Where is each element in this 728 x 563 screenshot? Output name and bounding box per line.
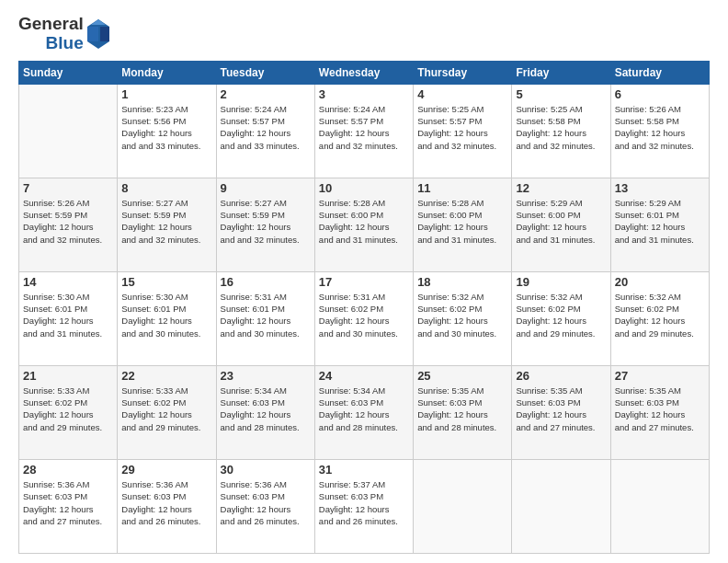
calendar-header-tuesday: Tuesday [216, 61, 314, 84]
calendar-cell: 25Sunrise: 5:35 AMSunset: 6:03 PMDayligh… [414, 365, 512, 459]
calendar-week-3: 14Sunrise: 5:30 AMSunset: 6:01 PMDayligh… [19, 271, 710, 365]
day-info: Sunrise: 5:26 AMSunset: 5:58 PMDaylight:… [615, 103, 705, 152]
calendar-header-saturday: Saturday [610, 61, 709, 84]
day-number: 16 [221, 275, 311, 289]
day-number: 15 [121, 275, 211, 289]
day-number: 28 [23, 463, 113, 477]
calendar-cell: 23Sunrise: 5:34 AMSunset: 6:03 PMDayligh… [216, 365, 314, 459]
day-number: 12 [516, 181, 606, 195]
calendar-table: SundayMondayTuesdayWednesdayThursdayFrid… [18, 61, 710, 554]
day-number: 8 [121, 181, 211, 195]
calendar-cell: 19Sunrise: 5:32 AMSunset: 6:02 PMDayligh… [512, 271, 610, 365]
calendar-cell [610, 459, 709, 553]
day-info: Sunrise: 5:33 AMSunset: 6:02 PMDaylight:… [23, 385, 113, 433]
svg-rect-2 [100, 27, 109, 41]
day-number: 22 [121, 369, 211, 383]
calendar-cell: 8Sunrise: 5:27 AMSunset: 5:59 PMDaylight… [118, 178, 216, 271]
calendar-cell: 12Sunrise: 5:29 AMSunset: 6:00 PMDayligh… [512, 178, 610, 271]
day-info: Sunrise: 5:25 AMSunset: 5:57 PMDaylight:… [417, 103, 507, 152]
calendar-cell: 6Sunrise: 5:26 AMSunset: 5:58 PMDaylight… [610, 84, 709, 178]
calendar-cell: 18Sunrise: 5:32 AMSunset: 6:02 PMDayligh… [414, 271, 512, 365]
calendar-cell: 31Sunrise: 5:37 AMSunset: 6:03 PMDayligh… [314, 459, 413, 553]
logo-general: General [18, 15, 84, 34]
calendar-cell [414, 459, 512, 553]
day-info: Sunrise: 5:33 AMSunset: 6:02 PMDaylight:… [121, 385, 211, 433]
day-number: 5 [516, 87, 606, 101]
day-number: 1 [121, 87, 211, 101]
day-info: Sunrise: 5:36 AMSunset: 6:03 PMDaylight:… [121, 478, 211, 527]
calendar-cell: 13Sunrise: 5:29 AMSunset: 6:01 PMDayligh… [610, 178, 709, 271]
day-info: Sunrise: 5:25 AMSunset: 5:58 PMDaylight:… [516, 103, 606, 152]
day-info: Sunrise: 5:31 AMSunset: 6:01 PMDaylight:… [221, 291, 311, 339]
calendar-cell: 24Sunrise: 5:34 AMSunset: 6:03 PMDayligh… [314, 365, 413, 459]
calendar-cell: 17Sunrise: 5:31 AMSunset: 6:02 PMDayligh… [314, 271, 413, 365]
calendar-header-sunday: Sunday [19, 61, 118, 84]
day-number: 14 [23, 275, 113, 289]
calendar-header-row: SundayMondayTuesdayWednesdayThursdayFrid… [19, 61, 710, 84]
day-number: 7 [23, 181, 113, 195]
day-number: 23 [221, 369, 311, 383]
calendar-cell: 15Sunrise: 5:30 AMSunset: 6:01 PMDayligh… [118, 271, 216, 365]
day-number: 31 [319, 463, 409, 477]
day-number: 4 [417, 87, 507, 101]
calendar-cell [512, 459, 610, 553]
svg-marker-1 [91, 19, 106, 25]
svg-rect-3 [87, 27, 98, 41]
day-info: Sunrise: 5:29 AMSunset: 6:01 PMDaylight:… [615, 197, 705, 246]
calendar-header-wednesday: Wednesday [314, 61, 413, 84]
day-info: Sunrise: 5:32 AMSunset: 6:02 PMDaylight:… [516, 291, 606, 339]
calendar-cell: 5Sunrise: 5:25 AMSunset: 5:58 PMDaylight… [512, 84, 610, 178]
calendar-week-1: 1Sunrise: 5:23 AMSunset: 5:56 PMDaylight… [19, 84, 710, 178]
day-number: 3 [319, 87, 409, 101]
day-info: Sunrise: 5:35 AMSunset: 6:03 PMDaylight:… [615, 385, 705, 433]
calendar-header-thursday: Thursday [414, 61, 512, 84]
day-number: 21 [23, 369, 113, 383]
calendar-cell: 14Sunrise: 5:30 AMSunset: 6:01 PMDayligh… [19, 271, 118, 365]
calendar-cell: 27Sunrise: 5:35 AMSunset: 6:03 PMDayligh… [610, 365, 709, 459]
day-number: 29 [121, 463, 211, 477]
day-info: Sunrise: 5:31 AMSunset: 6:02 PMDaylight:… [319, 291, 409, 339]
day-number: 18 [417, 275, 507, 289]
day-number: 27 [615, 369, 705, 383]
calendar-cell: 4Sunrise: 5:25 AMSunset: 5:57 PMDaylight… [414, 84, 512, 178]
day-info: Sunrise: 5:23 AMSunset: 5:56 PMDaylight:… [121, 103, 211, 152]
day-number: 10 [319, 181, 409, 195]
day-info: Sunrise: 5:30 AMSunset: 6:01 PMDaylight:… [121, 291, 211, 339]
day-info: Sunrise: 5:32 AMSunset: 6:02 PMDaylight:… [615, 291, 705, 339]
calendar-cell: 20Sunrise: 5:32 AMSunset: 6:02 PMDayligh… [610, 271, 709, 365]
calendar-cell [19, 84, 118, 178]
calendar-cell: 2Sunrise: 5:24 AMSunset: 5:57 PMDaylight… [216, 84, 314, 178]
day-number: 26 [516, 369, 606, 383]
calendar-cell: 11Sunrise: 5:28 AMSunset: 6:00 PMDayligh… [414, 178, 512, 271]
day-info: Sunrise: 5:24 AMSunset: 5:57 PMDaylight:… [221, 103, 311, 152]
calendar-week-4: 21Sunrise: 5:33 AMSunset: 6:02 PMDayligh… [19, 365, 710, 459]
day-number: 9 [221, 181, 311, 195]
day-number: 19 [516, 275, 606, 289]
day-info: Sunrise: 5:35 AMSunset: 6:03 PMDaylight:… [417, 385, 507, 433]
calendar-cell: 1Sunrise: 5:23 AMSunset: 5:56 PMDaylight… [118, 84, 216, 178]
day-info: Sunrise: 5:34 AMSunset: 6:03 PMDaylight:… [319, 385, 409, 433]
day-info: Sunrise: 5:27 AMSunset: 5:59 PMDaylight:… [221, 197, 311, 246]
calendar-week-2: 7Sunrise: 5:26 AMSunset: 5:59 PMDaylight… [19, 178, 710, 271]
calendar-header-friday: Friday [512, 61, 610, 84]
calendar-cell: 7Sunrise: 5:26 AMSunset: 5:59 PMDaylight… [19, 178, 118, 271]
day-info: Sunrise: 5:27 AMSunset: 5:59 PMDaylight:… [121, 197, 211, 246]
calendar-cell: 21Sunrise: 5:33 AMSunset: 6:02 PMDayligh… [19, 365, 118, 459]
header: General Blue [18, 15, 710, 53]
logo: General Blue [18, 15, 111, 53]
day-number: 13 [615, 181, 705, 195]
day-info: Sunrise: 5:36 AMSunset: 6:03 PMDaylight:… [23, 478, 113, 527]
calendar-header-monday: Monday [118, 61, 216, 84]
day-info: Sunrise: 5:24 AMSunset: 5:57 PMDaylight:… [319, 103, 409, 152]
day-number: 2 [221, 87, 311, 101]
day-number: 20 [615, 275, 705, 289]
logo-blue: Blue [46, 34, 84, 53]
calendar-cell: 10Sunrise: 5:28 AMSunset: 6:00 PMDayligh… [314, 178, 413, 271]
page: General Blue SundayMondayTuesdayWednesda… [0, 0, 728, 563]
calendar-cell: 28Sunrise: 5:36 AMSunset: 6:03 PMDayligh… [19, 459, 118, 553]
day-info: Sunrise: 5:29 AMSunset: 6:00 PMDaylight:… [516, 197, 606, 246]
day-info: Sunrise: 5:35 AMSunset: 6:03 PMDaylight:… [516, 385, 606, 433]
day-info: Sunrise: 5:34 AMSunset: 6:03 PMDaylight:… [221, 385, 311, 433]
calendar-cell: 26Sunrise: 5:35 AMSunset: 6:03 PMDayligh… [512, 365, 610, 459]
day-number: 30 [221, 463, 311, 477]
